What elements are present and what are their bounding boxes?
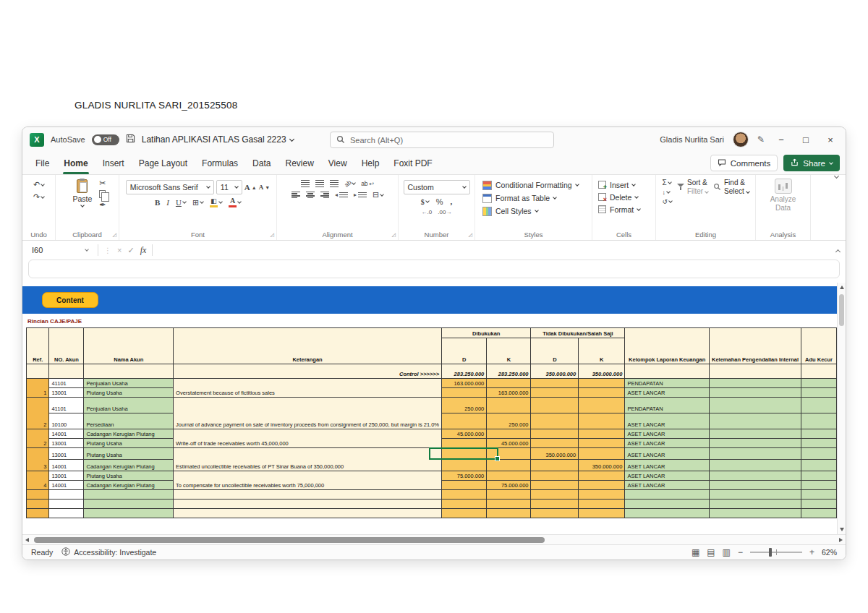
align-bottom-button[interactable] <box>330 180 339 187</box>
sort-filter-button[interactable]: Sort & Filter <box>677 179 708 195</box>
cell-empty[interactable] <box>801 460 837 471</box>
cell-empty[interactable] <box>801 481 837 490</box>
cell-empty[interactable] <box>801 471 837 481</box>
cell-empty[interactable] <box>710 448 801 460</box>
fill-color-button[interactable]: ◧ <box>210 198 222 207</box>
cell-empty[interactable] <box>84 500 174 509</box>
tab-foxit-pdf[interactable]: Foxit PDF <box>386 152 439 174</box>
cell-empty[interactable] <box>579 490 625 500</box>
insert-function-icon[interactable]: fx <box>140 245 147 256</box>
underline-button[interactable]: U <box>176 198 186 207</box>
header-nama-akun[interactable]: Nama Akun <box>84 328 174 364</box>
align-center-button[interactable] <box>306 192 315 199</box>
cell-empty[interactable] <box>710 481 801 490</box>
zoom-in-button[interactable]: + <box>809 547 814 557</box>
cell-empty[interactable] <box>801 429 837 439</box>
content-button[interactable]: Content <box>42 292 98 308</box>
cell-amount[interactable] <box>487 398 531 413</box>
cell-kelompok[interactable]: PENDAPATAN <box>625 379 710 388</box>
cell-keterangan[interactable]: Write-off of trade receivables worth 45,… <box>174 429 442 448</box>
cell-amount[interactable]: 163.000.000 <box>487 388 531 398</box>
clear-button[interactable]: ↺ <box>662 198 672 205</box>
increase-indent-button[interactable]: ▸ <box>354 192 367 198</box>
percent-style-button[interactable]: % <box>436 197 443 206</box>
cell-nama[interactable]: Cadangan Kerugian Piutang <box>84 429 174 439</box>
cell-nama[interactable]: Penjualan Usaha <box>84 379 174 388</box>
cell-amount[interactable] <box>442 460 487 471</box>
cell-empty[interactable] <box>27 364 49 379</box>
cell-ref[interactable]: 1 <box>27 379 49 398</box>
cell-amount[interactable] <box>579 398 625 413</box>
align-top-button[interactable] <box>301 180 310 187</box>
cell-amount[interactable]: 250.000 <box>442 398 487 413</box>
find-select-button[interactable]: Find & Select <box>713 179 749 195</box>
page-break-view-button[interactable]: ▥ <box>723 547 731 557</box>
name-box[interactable]: I60 <box>28 246 92 254</box>
minimize-button[interactable]: − <box>773 134 789 145</box>
scroll-down-arrow[interactable] <box>840 528 844 531</box>
cell-empty[interactable] <box>710 429 801 439</box>
formula-input[interactable] <box>158 243 830 257</box>
cell-amount[interactable] <box>487 429 531 439</box>
cell-ref[interactable]: 4 <box>27 471 49 490</box>
cell-kelompok[interactable]: PENDAPATAN <box>625 398 710 413</box>
control-k2-cell[interactable]: 350.000.000 <box>579 364 625 379</box>
tab-help[interactable]: Help <box>354 152 387 174</box>
header-keterangan[interactable]: Keterangan <box>174 328 442 364</box>
cell-amount[interactable] <box>442 439 487 448</box>
maximize-button[interactable]: □ <box>798 134 814 145</box>
cell-amount[interactable] <box>579 448 625 460</box>
header-k1[interactable]: K <box>487 338 531 364</box>
fill-button[interactable]: ↓ <box>662 189 672 196</box>
cell-keterangan[interactable]: To compensate for uncollectible receivab… <box>174 471 442 490</box>
save-icon[interactable] <box>126 133 135 146</box>
cell-amount[interactable] <box>531 379 579 388</box>
cell-amount[interactable]: 250.000 <box>487 413 531 429</box>
cell-empty[interactable] <box>710 471 801 481</box>
header-adu[interactable]: Adu Kecur <box>801 328 837 364</box>
control-d2-cell[interactable]: 350.000.000 <box>531 364 579 379</box>
cell-empty[interactable] <box>49 509 84 518</box>
scroll-left-arrow[interactable] <box>25 538 29 542</box>
scroll-up-arrow[interactable] <box>840 286 844 289</box>
cell-empty[interactable] <box>84 490 174 500</box>
decrease-indent-button[interactable]: ◂ <box>335 192 348 198</box>
cell-empty[interactable] <box>579 509 625 518</box>
header-ref[interactable]: Ref. <box>27 328 49 364</box>
number-format-select[interactable]: Custom <box>404 180 470 194</box>
cell-amount[interactable] <box>531 388 579 398</box>
cell-amount[interactable] <box>579 388 625 398</box>
cell-nama[interactable]: Cadangan Kerugian Piutang <box>84 460 174 471</box>
header-dibukukan[interactable]: Dibukukan <box>442 328 531 338</box>
cell-kelompok[interactable]: ASET LANCAR <box>625 439 710 448</box>
cell-empty[interactable] <box>801 448 837 460</box>
cell-akun[interactable]: 13001 <box>49 439 84 448</box>
increase-decimal-button[interactable]: ←.0 <box>422 209 433 215</box>
cell-empty[interactable] <box>801 413 837 429</box>
control-label-cell[interactable]: Control >>>>>> <box>174 364 442 379</box>
header-d1[interactable]: D <box>442 338 487 364</box>
font-size-select[interactable]: 11 <box>216 180 242 194</box>
cell-akun[interactable]: 13001 <box>49 448 84 460</box>
cell-amount[interactable] <box>442 388 487 398</box>
cell-empty[interactable] <box>801 398 837 413</box>
cell-empty[interactable] <box>531 500 579 509</box>
cell-empty[interactable] <box>801 379 837 388</box>
cell-amount[interactable] <box>579 413 625 429</box>
cell-empty[interactable] <box>801 439 837 448</box>
cell-empty[interactable] <box>625 364 710 379</box>
cell-amount[interactable] <box>531 413 579 429</box>
align-left-button[interactable] <box>292 192 300 199</box>
tab-review[interactable]: Review <box>278 152 320 174</box>
cell-empty[interactable] <box>49 500 84 509</box>
cut-button[interactable]: ✂ <box>99 179 106 188</box>
cell-empty[interactable] <box>625 490 710 500</box>
cell-empty[interactable] <box>710 500 801 509</box>
clipboard-dialog-launcher[interactable]: ◿ <box>113 232 116 238</box>
cell-kelompok[interactable]: ASET LANCAR <box>625 388 710 398</box>
cell-empty[interactable] <box>27 509 49 518</box>
italic-button[interactable]: I <box>166 198 169 207</box>
cell-empty[interactable] <box>710 379 801 388</box>
zoom-level[interactable]: 62% <box>822 548 837 557</box>
increase-font-button[interactable]: A▲ <box>244 183 257 192</box>
